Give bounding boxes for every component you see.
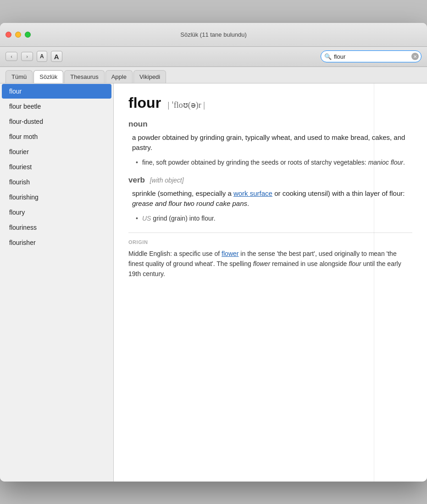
sidebar-item-flour-beetle[interactable]: flour beetle	[2, 99, 111, 114]
noun-section: noun a powder obtained by grinding grain…	[128, 120, 412, 167]
verb-sub-def-1: US grind (grain) into flour.	[136, 214, 412, 223]
origin-text: Middle English: a specific use of flower…	[128, 249, 412, 279]
toolbar: ‹ › A A 🔍 ✕	[0, 47, 427, 67]
search-icon: 🔍	[324, 53, 332, 60]
window-controls	[6, 32, 31, 38]
sidebar-item-flouriness[interactable]: flouriness	[2, 220, 111, 235]
entry-pronunciation: | ˈfloʊ(ə)r |	[168, 100, 205, 110]
search-box: 🔍 ✕	[321, 50, 421, 62]
verb-context: [with object]	[150, 177, 184, 184]
sidebar-item-flouriest[interactable]: flouriest	[2, 160, 111, 174]
tab-sozluk[interactable]: Sözlük	[33, 70, 63, 83]
search-input[interactable]	[321, 50, 421, 62]
back-button[interactable]: ‹	[6, 52, 17, 61]
entry-header: flour | ˈfloʊ(ə)r |	[128, 94, 412, 111]
entry-word: flour	[128, 94, 161, 111]
work-surface-link[interactable]: work surface	[233, 189, 272, 197]
verb-sub-definitions: US grind (grain) into flour.	[136, 214, 412, 223]
sidebar-item-flourisher[interactable]: flourisher	[2, 235, 111, 250]
sidebar-item-flour-dusted[interactable]: flour-dusted	[2, 114, 111, 129]
window-title: Sözlük (11 tane bulundu)	[180, 31, 247, 38]
forward-button[interactable]: ›	[21, 52, 33, 61]
pos-noun: noun	[128, 120, 412, 129]
tab-thesaurus[interactable]: Thesaurus	[64, 70, 104, 83]
filter-bar: Tümü Sözlük Thesaurus Apple Vikipedi	[0, 67, 427, 83]
verb-pos-label: verb	[128, 176, 145, 184]
sidebar-item-flourishing[interactable]: flourishing	[2, 190, 111, 205]
origin-section: ORIGIN Middle English: a specific use of…	[128, 233, 412, 279]
sidebar-item-flourier[interactable]: flourier	[2, 144, 111, 159]
sidebar: flour flour beetle flour-dusted flour mo…	[0, 83, 114, 482]
sub-def-period: .	[403, 159, 405, 166]
flour-italic: flour	[349, 260, 361, 267]
close-button[interactable]	[6, 32, 11, 38]
font-large-button[interactable]: A	[51, 51, 62, 62]
dictionary-window: Sözlük (11 tane bulundu) ‹ › A A 🔍 ✕ Tüm…	[0, 23, 427, 482]
sidebar-item-floury[interactable]: floury	[2, 205, 111, 220]
tab-apple[interactable]: Apple	[105, 70, 133, 83]
titlebar: Sözlük (11 tane bulundu)	[0, 23, 427, 47]
verb-sub-def-text: grind (grain) into flour.	[153, 215, 215, 222]
content-area: flour flour beetle flour-dusted flour mo…	[0, 83, 427, 482]
origin-label: ORIGIN	[128, 239, 412, 245]
verb-main-example: grease and flour two round cake pans	[132, 199, 247, 207]
sidebar-item-flour[interactable]: flour	[2, 84, 111, 99]
flower-italic: flower	[253, 260, 270, 267]
pos-verb: verb [with object]	[128, 176, 412, 185]
maximize-button[interactable]	[25, 32, 31, 38]
noun-main-definition: a powder obtained by grinding grain, typ…	[132, 133, 412, 153]
noun-sub-def-1: fine, soft powder obtained by grinding t…	[136, 158, 412, 167]
tab-tumu[interactable]: Tümü	[6, 70, 33, 83]
sub-def-example: manioc flour	[368, 159, 403, 166]
sidebar-item-flour-moth[interactable]: flour moth	[2, 129, 111, 144]
font-small-button[interactable]: A	[37, 51, 47, 62]
main-content: flour | ˈfloʊ(ə)r | noun a powder obtain…	[114, 83, 427, 482]
us-region-label: US	[142, 215, 151, 222]
minimize-button[interactable]	[15, 32, 21, 38]
tab-vikipedi[interactable]: Vikipedi	[133, 70, 166, 83]
sidebar-item-flourish[interactable]: flourish	[2, 175, 111, 189]
search-clear-button[interactable]: ✕	[411, 53, 419, 60]
noun-sub-definitions: fine, soft powder obtained by grinding t…	[136, 158, 412, 167]
verb-main-definition: sprinkle (something, especially a work s…	[132, 188, 412, 209]
flower-link[interactable]: flower	[222, 250, 238, 257]
sub-def-text: fine, soft powder obtained by grinding t…	[142, 159, 368, 166]
verb-section: verb [with object] sprinkle (something, …	[128, 176, 412, 223]
